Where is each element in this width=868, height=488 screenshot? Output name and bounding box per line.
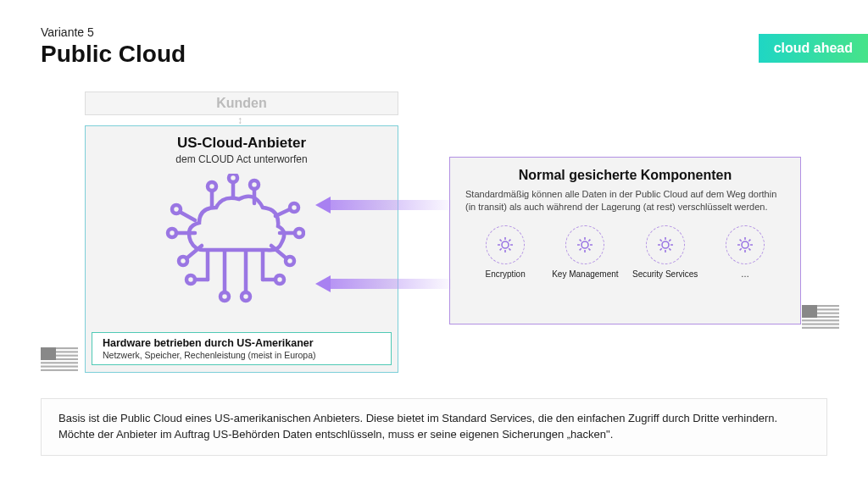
security-item-key-management: Key Management bbox=[547, 225, 623, 280]
footer-description: Basis ist die Public Cloud eines US-amer… bbox=[41, 398, 827, 456]
cloud-network-icon bbox=[161, 174, 305, 305]
brand-badge: cloud ahead bbox=[759, 34, 868, 63]
security-item-encryption: Encryption bbox=[467, 225, 543, 280]
svg-point-31 bbox=[742, 241, 748, 248]
arrow-left-icon bbox=[315, 275, 451, 292]
svg-rect-37 bbox=[41, 362, 78, 363]
us-flag-icon bbox=[41, 347, 78, 371]
gear-icon bbox=[486, 225, 525, 264]
svg-point-23 bbox=[275, 275, 284, 284]
svg-rect-49 bbox=[802, 305, 817, 318]
svg-rect-47 bbox=[802, 324, 839, 325]
svg-point-29 bbox=[581, 241, 588, 248]
us-flag-icon bbox=[802, 305, 839, 329]
page-title: Public Cloud bbox=[41, 41, 186, 68]
svg-point-9 bbox=[295, 229, 303, 237]
gear-icon bbox=[726, 225, 765, 264]
hardware-box: Hardware betrieben durch US-Amerikaner N… bbox=[92, 332, 392, 365]
svg-point-11 bbox=[172, 205, 181, 214]
gear-icon bbox=[565, 225, 604, 264]
svg-point-3 bbox=[229, 174, 237, 182]
svg-rect-46 bbox=[802, 319, 839, 321]
svg-rect-38 bbox=[41, 366, 78, 368]
svg-point-1 bbox=[208, 182, 216, 191]
security-item-security-services: Security Services bbox=[627, 225, 704, 280]
svg-point-5 bbox=[250, 180, 259, 189]
bidirectional-arrow-icon: ↕ bbox=[237, 114, 242, 126]
hardware-title: Hardware betrieben durch US-Amerikaner bbox=[103, 337, 381, 349]
security-description: Standardmäßig können alle Daten in der P… bbox=[465, 188, 785, 214]
svg-point-16 bbox=[186, 275, 195, 284]
security-item-label: … bbox=[741, 269, 749, 280]
cloud-provider-title: US-Cloud-Anbieter bbox=[86, 135, 398, 152]
svg-point-20 bbox=[242, 292, 250, 301]
security-item-more: … bbox=[707, 225, 783, 280]
svg-point-7 bbox=[168, 229, 176, 237]
svg-point-25 bbox=[179, 257, 187, 265]
svg-rect-39 bbox=[41, 369, 78, 371]
svg-point-13 bbox=[290, 203, 298, 212]
svg-line-12 bbox=[275, 209, 290, 216]
arrow-left-icon bbox=[315, 197, 451, 214]
security-components-box: Normal gesicherte Komponenten Standardmä… bbox=[449, 157, 801, 324]
svg-point-18 bbox=[220, 292, 229, 301]
svg-point-27 bbox=[286, 257, 294, 265]
svg-rect-40 bbox=[41, 347, 56, 360]
svg-point-28 bbox=[502, 241, 509, 248]
page-header: Variante 5 Public Cloud bbox=[41, 25, 186, 68]
page-subtitle: Variante 5 bbox=[41, 25, 186, 39]
hardware-subtitle: Netzwerk, Speicher, Rechenleistung (meis… bbox=[103, 350, 381, 360]
cloud-provider-subtitle: dem CLOUD Act unterworfen bbox=[86, 153, 398, 165]
customers-label: Kunden bbox=[216, 96, 267, 110]
svg-point-30 bbox=[662, 241, 669, 248]
customers-box: Kunden bbox=[85, 92, 398, 115]
gear-icon bbox=[646, 225, 685, 264]
svg-rect-48 bbox=[802, 327, 839, 329]
security-item-label: Security Services bbox=[632, 269, 698, 280]
security-item-label: Encryption bbox=[486, 269, 526, 280]
security-item-label: Key Management bbox=[552, 269, 618, 280]
security-icons-row: Encryption Key Management Security Servi… bbox=[465, 225, 785, 280]
security-title: Normal gesicherte Komponenten bbox=[465, 168, 785, 183]
svg-line-10 bbox=[180, 212, 195, 220]
